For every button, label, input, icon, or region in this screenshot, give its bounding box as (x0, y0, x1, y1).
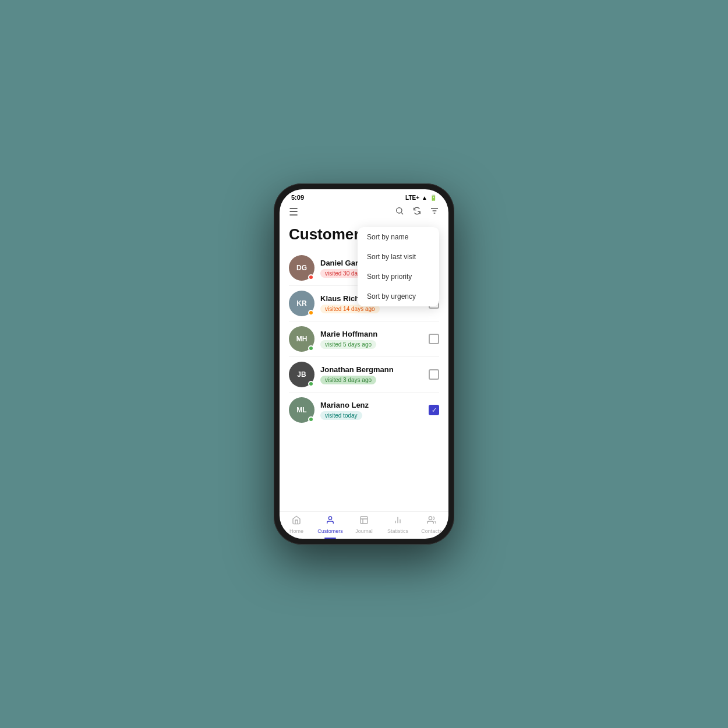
avatar-wrapper: DG (289, 255, 314, 281)
visit-badge: visited 3 days ago (320, 376, 376, 384)
visit-badge: visited today (320, 411, 362, 420)
nav-journal-label: Journal (355, 528, 373, 534)
signal-indicator: LTE+ (405, 195, 419, 201)
refresh-icon[interactable] (412, 206, 422, 218)
customer-checkbox[interactable] (429, 334, 439, 344)
visit-badge: visited 5 days ago (320, 340, 376, 349)
statistics-icon (393, 515, 402, 527)
app-bar: ☰ Sort by (280, 203, 448, 223)
phone-device: 5:09 LTE+ ▲ 🔋 ☰ (274, 183, 454, 545)
svg-line-1 (401, 213, 403, 214)
phone-screen: 5:09 LTE+ ▲ 🔋 ☰ (280, 189, 448, 539)
contacts-icon (427, 515, 436, 527)
journal-icon (359, 515, 369, 527)
customer-item[interactable]: JB Jonathan Bergmann visited 3 days ago (289, 357, 439, 393)
customer-checkbox[interactable]: ✓ (429, 405, 439, 415)
avatar-wrapper: JB (289, 362, 314, 387)
customer-name: Marie Hoffmann (320, 330, 423, 338)
nav-customers[interactable]: Customers (313, 515, 347, 534)
menu-icon[interactable]: ☰ (289, 206, 298, 218)
svg-rect-6 (361, 517, 367, 524)
nav-active-indicator (324, 538, 336, 539)
customers-icon (326, 515, 335, 527)
status-time: 5:09 (291, 194, 304, 201)
battery-icon: 🔋 (430, 195, 437, 201)
avatar-wrapper: ML (289, 397, 314, 423)
nav-statistics-label: Statistics (387, 528, 408, 534)
avatar-wrapper: MH (289, 326, 314, 352)
nav-customers-label: Customers (317, 528, 343, 534)
nav-home-label: Home (289, 528, 303, 534)
status-dot (308, 416, 314, 422)
customer-name: Jonathan Bergmann (320, 365, 423, 374)
avatar-wrapper: KR (289, 291, 314, 316)
status-right: LTE+ ▲ 🔋 (405, 195, 437, 201)
sort-by-name-option[interactable]: Sort by name (358, 227, 439, 247)
nav-contacts-label: Contacts (421, 528, 442, 534)
svg-point-5 (328, 517, 331, 520)
home-icon (292, 515, 301, 527)
filter-icon[interactable]: Sort by name Sort by last visit Sort by … (430, 206, 439, 218)
customer-item[interactable]: MH Marie Hoffmann visited 5 days ago (289, 321, 439, 357)
nav-journal[interactable]: Journal (347, 515, 381, 534)
sort-dropdown: Sort by name Sort by last visit Sort by … (358, 227, 439, 306)
svg-point-12 (429, 517, 432, 520)
customer-info: Marie Hoffmann visited 5 days ago (320, 330, 423, 349)
app-bar-right: Sort by name Sort by last visit Sort by … (395, 206, 439, 218)
nav-contacts[interactable]: Contacts (415, 515, 448, 534)
customer-checkbox[interactable] (429, 369, 439, 380)
signal-bars: ▲ (422, 195, 427, 201)
status-dot (308, 345, 314, 351)
svg-point-0 (397, 208, 402, 213)
status-dot (308, 381, 314, 387)
sort-by-urgency-option[interactable]: Sort by urgency (358, 287, 439, 306)
status-dot (308, 310, 314, 316)
nav-home[interactable]: Home (280, 515, 313, 534)
sort-by-priority-option[interactable]: Sort by priority (358, 267, 439, 287)
customer-info: Jonathan Bergmann visited 3 days ago (320, 365, 423, 384)
customer-name: Mariano Lenz (320, 401, 423, 409)
customer-info: Mariano Lenz visited today (320, 401, 423, 420)
status-bar: 5:09 LTE+ ▲ 🔋 (280, 189, 448, 203)
customer-item[interactable]: ML Mariano Lenz visited today ✓ (289, 393, 439, 427)
search-icon[interactable] (395, 206, 404, 218)
bottom-nav: Home Customers Journal (280, 511, 448, 539)
sort-by-last-visit-option[interactable]: Sort by last visit (358, 247, 439, 267)
status-dot (308, 274, 314, 280)
nav-statistics[interactable]: Statistics (381, 515, 415, 534)
